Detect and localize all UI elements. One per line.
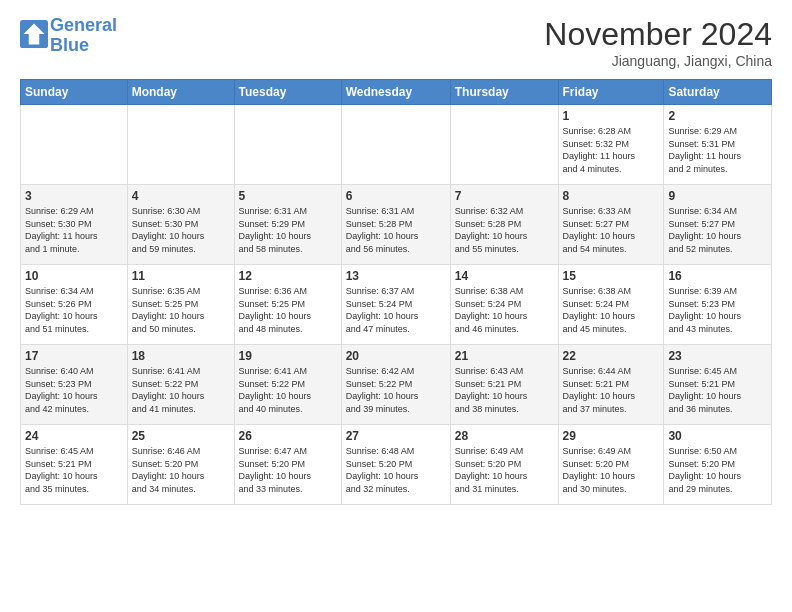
day-number: 30 [668,429,767,443]
header: General Blue November 2024 Jianguang, Ji… [20,16,772,69]
day-number: 18 [132,349,230,363]
logo-line2: Blue [50,36,117,56]
weekday-header: Tuesday [234,80,341,105]
day-number: 29 [563,429,660,443]
day-info: Sunrise: 6:35 AM Sunset: 5:25 PM Dayligh… [132,285,230,335]
day-info: Sunrise: 6:31 AM Sunset: 5:29 PM Dayligh… [239,205,337,255]
calendar-day: 17Sunrise: 6:40 AM Sunset: 5:23 PM Dayli… [21,345,128,425]
calendar-day [127,105,234,185]
day-number: 23 [668,349,767,363]
calendar-day: 30Sunrise: 6:50 AM Sunset: 5:20 PM Dayli… [664,425,772,505]
calendar-day: 7Sunrise: 6:32 AM Sunset: 5:28 PM Daylig… [450,185,558,265]
day-number: 15 [563,269,660,283]
location: Jianguang, Jiangxi, China [544,53,772,69]
day-info: Sunrise: 6:39 AM Sunset: 5:23 PM Dayligh… [668,285,767,335]
day-info: Sunrise: 6:49 AM Sunset: 5:20 PM Dayligh… [563,445,660,495]
day-info: Sunrise: 6:50 AM Sunset: 5:20 PM Dayligh… [668,445,767,495]
calendar-day: 19Sunrise: 6:41 AM Sunset: 5:22 PM Dayli… [234,345,341,425]
calendar-day: 10Sunrise: 6:34 AM Sunset: 5:26 PM Dayli… [21,265,128,345]
day-number: 28 [455,429,554,443]
month-title: November 2024 [544,16,772,53]
calendar-day: 18Sunrise: 6:41 AM Sunset: 5:22 PM Dayli… [127,345,234,425]
day-info: Sunrise: 6:38 AM Sunset: 5:24 PM Dayligh… [563,285,660,335]
calendar-day: 12Sunrise: 6:36 AM Sunset: 5:25 PM Dayli… [234,265,341,345]
day-number: 7 [455,189,554,203]
weekday-header: Monday [127,80,234,105]
day-info: Sunrise: 6:33 AM Sunset: 5:27 PM Dayligh… [563,205,660,255]
day-info: Sunrise: 6:42 AM Sunset: 5:22 PM Dayligh… [346,365,446,415]
day-number: 1 [563,109,660,123]
day-number: 12 [239,269,337,283]
day-info: Sunrise: 6:48 AM Sunset: 5:20 PM Dayligh… [346,445,446,495]
day-number: 14 [455,269,554,283]
logo-icon [20,20,48,48]
calendar-day: 27Sunrise: 6:48 AM Sunset: 5:20 PM Dayli… [341,425,450,505]
logo: General Blue [20,16,117,56]
calendar-day: 26Sunrise: 6:47 AM Sunset: 5:20 PM Dayli… [234,425,341,505]
calendar-day: 13Sunrise: 6:37 AM Sunset: 5:24 PM Dayli… [341,265,450,345]
weekday-header: Sunday [21,80,128,105]
calendar-table: SundayMondayTuesdayWednesdayThursdayFrid… [20,79,772,505]
calendar-day: 3Sunrise: 6:29 AM Sunset: 5:30 PM Daylig… [21,185,128,265]
calendar-day: 25Sunrise: 6:46 AM Sunset: 5:20 PM Dayli… [127,425,234,505]
weekday-header: Friday [558,80,664,105]
calendar-day: 23Sunrise: 6:45 AM Sunset: 5:21 PM Dayli… [664,345,772,425]
calendar-header: SundayMondayTuesdayWednesdayThursdayFrid… [21,80,772,105]
day-info: Sunrise: 6:34 AM Sunset: 5:26 PM Dayligh… [25,285,123,335]
day-number: 8 [563,189,660,203]
calendar-day: 2Sunrise: 6:29 AM Sunset: 5:31 PM Daylig… [664,105,772,185]
day-number: 16 [668,269,767,283]
weekday-header: Saturday [664,80,772,105]
calendar-day [21,105,128,185]
day-info: Sunrise: 6:30 AM Sunset: 5:30 PM Dayligh… [132,205,230,255]
calendar-day: 21Sunrise: 6:43 AM Sunset: 5:21 PM Dayli… [450,345,558,425]
calendar-day: 15Sunrise: 6:38 AM Sunset: 5:24 PM Dayli… [558,265,664,345]
calendar-day: 9Sunrise: 6:34 AM Sunset: 5:27 PM Daylig… [664,185,772,265]
calendar-day: 20Sunrise: 6:42 AM Sunset: 5:22 PM Dayli… [341,345,450,425]
logo-line1: General [50,15,117,35]
calendar-day [450,105,558,185]
calendar-day: 29Sunrise: 6:49 AM Sunset: 5:20 PM Dayli… [558,425,664,505]
calendar-day: 28Sunrise: 6:49 AM Sunset: 5:20 PM Dayli… [450,425,558,505]
day-number: 27 [346,429,446,443]
day-info: Sunrise: 6:41 AM Sunset: 5:22 PM Dayligh… [239,365,337,415]
day-info: Sunrise: 6:44 AM Sunset: 5:21 PM Dayligh… [563,365,660,415]
day-number: 2 [668,109,767,123]
calendar-day: 4Sunrise: 6:30 AM Sunset: 5:30 PM Daylig… [127,185,234,265]
day-info: Sunrise: 6:29 AM Sunset: 5:31 PM Dayligh… [668,125,767,175]
weekday-header: Thursday [450,80,558,105]
calendar-week: 3Sunrise: 6:29 AM Sunset: 5:30 PM Daylig… [21,185,772,265]
day-info: Sunrise: 6:46 AM Sunset: 5:20 PM Dayligh… [132,445,230,495]
calendar-day [341,105,450,185]
calendar-day [234,105,341,185]
day-number: 21 [455,349,554,363]
calendar-day: 22Sunrise: 6:44 AM Sunset: 5:21 PM Dayli… [558,345,664,425]
day-number: 13 [346,269,446,283]
calendar-week: 10Sunrise: 6:34 AM Sunset: 5:26 PM Dayli… [21,265,772,345]
day-info: Sunrise: 6:40 AM Sunset: 5:23 PM Dayligh… [25,365,123,415]
day-number: 26 [239,429,337,443]
calendar-week: 17Sunrise: 6:40 AM Sunset: 5:23 PM Dayli… [21,345,772,425]
day-info: Sunrise: 6:38 AM Sunset: 5:24 PM Dayligh… [455,285,554,335]
calendar-week: 24Sunrise: 6:45 AM Sunset: 5:21 PM Dayli… [21,425,772,505]
calendar-week: 1Sunrise: 6:28 AM Sunset: 5:32 PM Daylig… [21,105,772,185]
day-info: Sunrise: 6:28 AM Sunset: 5:32 PM Dayligh… [563,125,660,175]
day-number: 5 [239,189,337,203]
calendar-day: 16Sunrise: 6:39 AM Sunset: 5:23 PM Dayli… [664,265,772,345]
day-info: Sunrise: 6:36 AM Sunset: 5:25 PM Dayligh… [239,285,337,335]
page: General Blue November 2024 Jianguang, Ji… [0,0,792,521]
calendar-day: 8Sunrise: 6:33 AM Sunset: 5:27 PM Daylig… [558,185,664,265]
day-number: 4 [132,189,230,203]
day-number: 17 [25,349,123,363]
day-number: 10 [25,269,123,283]
calendar-day: 1Sunrise: 6:28 AM Sunset: 5:32 PM Daylig… [558,105,664,185]
day-number: 20 [346,349,446,363]
day-info: Sunrise: 6:29 AM Sunset: 5:30 PM Dayligh… [25,205,123,255]
day-info: Sunrise: 6:37 AM Sunset: 5:24 PM Dayligh… [346,285,446,335]
day-info: Sunrise: 6:34 AM Sunset: 5:27 PM Dayligh… [668,205,767,255]
logo-text: General Blue [50,16,117,56]
calendar-body: 1Sunrise: 6:28 AM Sunset: 5:32 PM Daylig… [21,105,772,505]
day-info: Sunrise: 6:47 AM Sunset: 5:20 PM Dayligh… [239,445,337,495]
day-info: Sunrise: 6:32 AM Sunset: 5:28 PM Dayligh… [455,205,554,255]
day-info: Sunrise: 6:45 AM Sunset: 5:21 PM Dayligh… [668,365,767,415]
